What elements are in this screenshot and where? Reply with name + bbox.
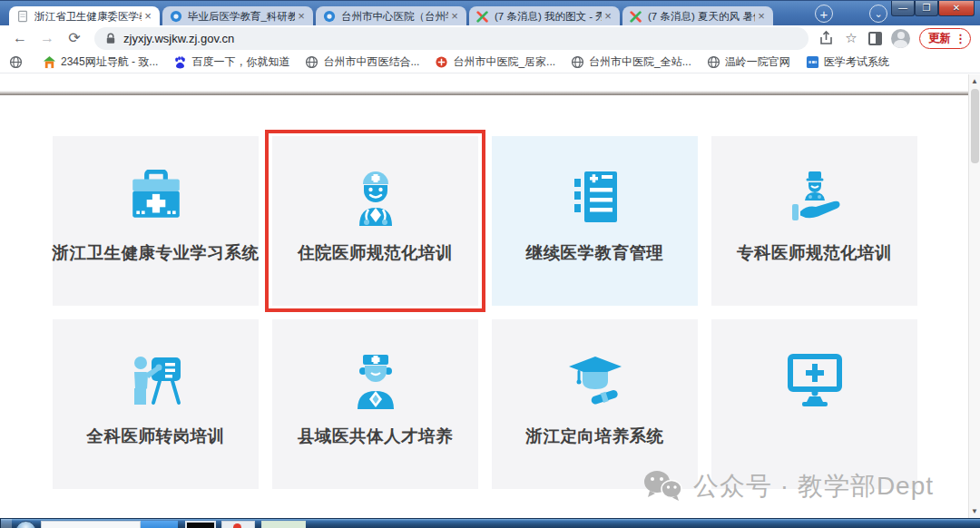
presenter-board-icon (127, 352, 185, 410)
card-county-medical-talent[interactable]: 县域医共体人才培养 (272, 319, 478, 489)
cme-notebook-icon (569, 169, 622, 227)
address-bar[interactable]: zjyxjy.wsjkw.zj.gov.cn (94, 27, 808, 50)
bookmark-item[interactable] (9, 55, 27, 69)
tab-postgrad-education[interactable]: 毕业后医学教育_科研教学_台 × (162, 6, 313, 26)
red-site-icon (435, 55, 448, 69)
tab-taizhou-central-hospital[interactable]: 台州市中心医院（台州学院附 × (316, 6, 466, 26)
bookmark-item[interactable]: 2345网址导航 - 致... (43, 54, 158, 70)
card-gp-transfer-training[interactable]: 全科医师转岗培训 (53, 319, 259, 489)
tab-title: (7 条消息) 我的图文 - 秀米XIU (495, 10, 602, 24)
tab-zj-health-education[interactable]: 浙江省卫生健康委医学教育信 × (9, 6, 160, 26)
card-targeted-training-system[interactable]: 浙江定向培养系统 (492, 319, 698, 489)
globe-icon (305, 55, 318, 69)
bookmark-item[interactable]: 台州市中医院_全站... (571, 54, 691, 70)
tab-xiumi-summer[interactable]: (7 条消息) 夏天的风 暑假旅游 × (622, 6, 773, 26)
taskbar-item[interactable] (185, 521, 216, 528)
tab-close-icon[interactable]: × (755, 10, 768, 23)
share-icon[interactable] (818, 30, 834, 46)
monitor-plus-icon (786, 352, 844, 410)
url-text: zjyxjy.wsjkw.zj.gov.cn (123, 32, 234, 45)
update-label: 更新 (928, 31, 951, 46)
house-2345-icon (43, 55, 56, 69)
new-tab-button[interactable]: + (815, 5, 833, 23)
tab-close-icon[interactable]: × (448, 10, 461, 23)
globe-icon (571, 55, 584, 69)
tab-xiumi-my-articles[interactable]: (7 条消息) 我的图文 - 秀米XIU × (469, 6, 620, 26)
tab-title: 台州市中心医院（台州学院附 (341, 10, 448, 24)
tab-title: (7 条消息) 夏天的风 暑假旅游 (648, 10, 755, 24)
bookmark-label: 2345网址导航 - 致... (61, 54, 158, 70)
card-label: 全科医师转岗培训 (87, 425, 225, 447)
bookmark-item[interactable]: 百度一下，你就知道 (173, 54, 289, 70)
graduation-cap-icon (565, 352, 625, 410)
site-banner-image (0, 74, 968, 95)
card-label: 住院医师规范化培训 (298, 241, 453, 264)
card-label: 继续医学教育管理 (526, 241, 664, 264)
bookmark-item[interactable]: 台州市中医院_居家... (435, 54, 555, 70)
county-doctor-icon (348, 352, 404, 410)
bookmark-label: 台州市中医院_全站... (589, 54, 691, 70)
bookmark-star-icon[interactable]: ☆ (843, 30, 859, 46)
scroll-down-icon[interactable]: ▼ (969, 505, 980, 517)
scroll-up-icon[interactable]: ▲ (969, 75, 980, 87)
bookmark-label: 医学考试系统 (824, 54, 889, 70)
bookmark-label: 百度一下，你就知道 (191, 54, 289, 70)
tab-close-icon[interactable]: × (295, 10, 308, 23)
card-label: 浙江定向培养系统 (526, 425, 664, 447)
hospital-logo-icon (170, 10, 182, 23)
card-label: 浙江卫生健康专业学习系统 (53, 241, 260, 264)
close-button[interactable]: ✕ (938, 1, 975, 16)
lock-icon (105, 33, 116, 44)
show-desktop-button[interactable] (0, 519, 12, 528)
taskbar-item[interactable] (41, 521, 141, 528)
titlebar: 浙江省卫生健康委医学教育信 × 毕业后医学教育_科研教学_台 × 台州市中心医院… (0, 0, 980, 25)
globe-icon (9, 55, 23, 69)
card-specialist-training[interactable]: 专科医师规范化培训 (711, 136, 917, 306)
toolbar-actions: ☆ 更新 ⋮ (818, 28, 971, 49)
tab-search-chevron-icon[interactable]: ⌄ (869, 5, 887, 23)
card-zj-health-learning-system[interactable]: 浙江卫生健康专业学习系统 (53, 136, 259, 306)
taskbar-item[interactable] (141, 521, 178, 528)
side-panel-icon[interactable] (868, 32, 882, 45)
doctor-in-hand-icon (787, 169, 843, 227)
tab-title: 毕业后医学教育_科研教学_台 (188, 10, 295, 24)
card-monitor-system[interactable] (711, 319, 917, 489)
more-dots-icon[interactable]: ⋮ (955, 32, 966, 45)
service-card-grid: 浙江卫生健康专业学习系统 住院医师规范化培训 (53, 136, 917, 489)
globe-icon (707, 55, 720, 69)
taskbar (0, 518, 980, 528)
baidu-paw-icon (173, 55, 187, 69)
reload-icon[interactable]: ⟳ (64, 27, 85, 49)
bookmarks-bar: 2345网址导航 - 致... 百度一下，你就知道 台州市中西医结合... 台州… (0, 51, 980, 73)
scrollbar-thumb[interactable] (971, 89, 979, 163)
tab-close-icon[interactable]: × (602, 10, 614, 23)
window-controls: — ❐ ✕ (891, 1, 975, 16)
scrollbar[interactable]: ▲ ▼ (968, 74, 980, 518)
maximize-button[interactable]: ❐ (915, 1, 938, 16)
taskbar-item[interactable] (221, 521, 255, 528)
exam-system-icon (806, 55, 819, 69)
tab-close-icon[interactable]: × (142, 10, 154, 23)
taskbar-item[interactable] (261, 521, 306, 528)
bookmark-label: 温岭一院官网 (725, 54, 790, 70)
hospital-logo-icon (323, 10, 336, 23)
start-button[interactable] (15, 521, 36, 528)
bookmark-item[interactable]: 温岭一院官网 (707, 54, 790, 70)
back-icon[interactable]: ← (9, 27, 31, 49)
update-button[interactable]: 更新 ⋮ (919, 28, 971, 49)
browser-window: 浙江省卫生健康委医学教育信 × 毕业后医学教育_科研教学_台 × 台州市中心医院… (0, 0, 980, 528)
wechat-icon (642, 469, 682, 504)
first-aid-kit-icon (126, 169, 186, 227)
wechat-watermark: 公众号 · 教学部Dept (642, 469, 934, 504)
tab-title: 浙江省卫生健康委医学教育信 (34, 10, 142, 24)
bookmark-label: 台州市中医院_居家... (453, 54, 555, 70)
bookmark-item[interactable]: 台州市中西医结合... (305, 54, 419, 70)
card-resident-training[interactable]: 住院医师规范化培训 (272, 136, 478, 306)
card-continuing-education[interactable]: 继续医学教育管理 (492, 136, 698, 306)
watermark-text: 公众号 · 教学部Dept (693, 469, 934, 504)
minimize-button[interactable]: — (891, 1, 915, 16)
forward-icon[interactable]: → (36, 27, 58, 49)
bookmark-item[interactable]: 医学考试系统 (806, 54, 889, 70)
page-icon (16, 10, 29, 23)
profile-avatar[interactable] (891, 29, 910, 48)
